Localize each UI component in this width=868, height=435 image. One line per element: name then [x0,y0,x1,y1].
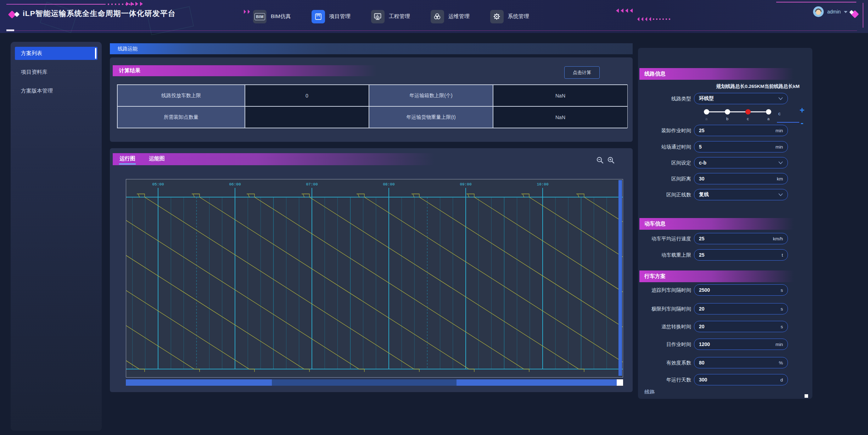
project-icon [312,10,325,23]
input-line-info-1[interactable]: 25min [694,125,788,136]
input-train-info-2[interactable]: 25t [694,249,788,261]
nav-item-label: 系统管理 [508,13,529,20]
table-value-cell: NaN [493,106,628,128]
app-root: iLP智能运输系统全生命周期一体化研发平台 BIMBIM仿真项目管理工程管理运维… [0,0,868,435]
line-info-row-4: 区间距离30km [638,173,812,184]
user-menu[interactable]: admin [813,6,847,17]
nav-item-3[interactable]: 工程管理 [371,10,410,23]
arrows-right-small-decoration [244,10,250,14]
scrollbar-corner [617,379,623,386]
station-node-b[interactable] [725,109,730,115]
svg-text:07:00: 07:00 [306,182,318,186]
input-line-info-4[interactable]: 30km [694,173,788,184]
station-node-a[interactable] [766,109,771,115]
table-value-cell: 0 [245,85,369,106]
chevron-down-icon [778,193,783,196]
tab-1[interactable]: 运行图 [119,154,136,164]
field-label: 有效度系数 [638,357,691,368]
nav-item-5[interactable]: 系统管理 [490,10,529,23]
diagram-tabs: 运行图运能图 [113,153,632,165]
field-label: 日作业时间 [638,339,691,350]
train-info-row-1: 动车平均运行速度25km/h [638,233,812,244]
line-info-title: 线路信息 [639,68,811,80]
scrollbar-thumb[interactable] [272,379,457,386]
input-plan-5[interactable]: 80% [694,357,788,368]
train-diagram-chart[interactable]: 05:0006:0007:0008:0009:0010:00 [126,179,623,378]
engineering-icon [371,10,385,23]
settings-icon [490,10,504,23]
field-unit: d [780,377,783,383]
arrows-right-decoration [126,2,143,6]
chart-vertical-scrollbar[interactable] [618,180,622,376]
field-unit: s [781,324,783,329]
station-node-a[interactable] [704,109,709,115]
nav-item-2[interactable]: 项目管理 [312,10,351,23]
station-label: b [724,117,731,121]
input-plan-6[interactable]: 300d [694,374,788,385]
svg-text:05:00: 05:00 [152,182,164,186]
field-value: c-b [699,160,706,166]
sidebar: 方案列表项目资料库方案版本管理 [11,42,102,431]
field-value: 25 [699,128,705,133]
select-line-type-1[interactable]: 环线型 [694,93,788,104]
chart-horizontal-scrollbar[interactable] [126,379,623,386]
plan-row-1: 追踪列车间隔时间2500s [638,284,812,296]
field-label: 线路类型 [638,93,691,104]
avatar [813,6,824,17]
sidebar-item-3[interactable]: 方案版本管理 [15,84,97,97]
add-station-button[interactable]: + [800,106,805,115]
select-line-info-5[interactable]: 复线 [694,189,788,200]
field-label: 追踪列车间隔时间 [638,284,691,296]
results-title: 计算结果 [113,65,538,76]
field-value: 2500 [699,287,710,293]
arrows-left-decoration [616,9,633,13]
plan-row-5: 有效度系数80% [638,357,812,368]
station-label: a [765,117,772,121]
field-label: 动车平均运行速度 [638,233,691,244]
nav-item-4[interactable]: 运维管理 [431,10,470,23]
zoom-in-icon[interactable] [607,156,615,164]
select-line-info-3[interactable]: c-b [694,157,788,168]
results-table: 线路投放车数上限0年运输箱数上限(个)NaN所需装卸点数量年运输货物重量上限(t… [117,84,627,128]
input-line-info-2[interactable]: 5min [694,141,788,152]
chevron-down-icon [844,11,847,13]
operations-icon [431,10,444,23]
input-plan-4[interactable]: 1200min [694,339,788,350]
field-value: 300 [699,377,707,383]
app-title: iLP智能运输系统全生命周期一体化研发平台 [23,9,176,18]
train-info-row-2: 动车载重上限25t [638,249,812,261]
field-unit: km [777,176,783,182]
input-plan-3[interactable]: 20s [694,321,788,332]
tab-2[interactable]: 运能图 [149,154,165,164]
nav-item-1[interactable]: BIMBIM仿真 [253,10,291,23]
svg-text:08:00: 08:00 [383,182,394,186]
field-unit: min [775,144,783,150]
field-label: 年运行天数 [638,374,691,385]
field-label: 区间正线数 [638,189,691,200]
field-unit: t [782,252,783,258]
line-type-row-1: 线路类型环线型 [638,93,812,104]
app-logo-icon [14,12,20,17]
scrollbar-track-left[interactable] [126,379,272,386]
svg-text:09:00: 09:00 [460,182,471,186]
station-name-input[interactable]: c [774,111,785,116]
line-info-row-1: 装卸作业时间25min [638,125,812,136]
scrollbar-track-right[interactable] [457,379,617,386]
input-plan-1[interactable]: 2500s [694,284,788,296]
calculate-button[interactable]: 点击计算 [564,66,600,79]
field-label: 动车载重上限 [638,249,691,261]
plan-row-6: 年运行天数300d [638,374,812,385]
active-indicator [95,48,96,59]
train-info-title: 动车信息 [639,218,811,230]
user-name: admin [827,9,841,15]
sidebar-item-1[interactable]: 方案列表 [15,47,97,60]
diagram-panel: 运行图运能图 05:0006:0007:0008:0009:0010:00 [110,148,633,392]
station-node-c[interactable] [745,109,751,115]
zoom-out-icon[interactable] [596,156,604,164]
field-label: 道岔转换时间 [638,321,691,332]
sidebar-item-2[interactable]: 项目资料库 [15,66,97,79]
chevron-down-icon [778,161,783,164]
table-label-cell: 年运输货物重量上限(t) [369,106,493,128]
input-train-info-1[interactable]: 25km/h [694,233,788,244]
input-plan-2[interactable]: 20s [694,303,788,314]
